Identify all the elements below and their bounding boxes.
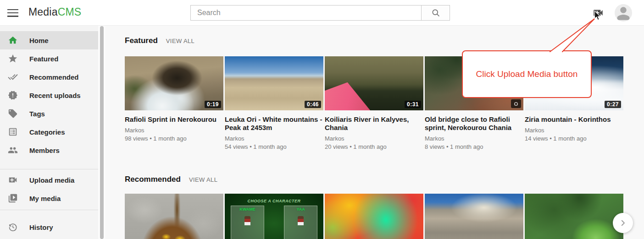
recommended-view-all-link[interactable]: VIEW ALL — [189, 176, 217, 183]
video-meta: 20 views • 1 month ago — [325, 143, 423, 150]
history-icon — [8, 222, 18, 232]
video-thumbnail[interactable] — [425, 194, 523, 239]
sidebar: Home Featured Recommended Recent uploads… — [0, 26, 98, 239]
video-card: 0:19 Rafioli Sprint in Nerokourou Markos… — [125, 56, 223, 150]
featured-section-title: Featured — [125, 36, 158, 45]
new-releases-icon — [8, 90, 18, 100]
double-check-icon — [8, 72, 18, 82]
sidebar-label: Tags — [29, 110, 45, 118]
sidebar-item-upload-media[interactable]: Upload media — [0, 171, 98, 189]
sidebar-label: Featured — [29, 55, 58, 63]
sidebar-label: History — [29, 223, 53, 231]
video-card: 0:46 Leuka Ori - White mountains - Peak … — [225, 56, 323, 150]
video-author[interactable]: Markos — [125, 127, 223, 134]
user-avatar[interactable] — [615, 4, 632, 22]
sidebar-item-categories[interactable]: Categories — [0, 123, 98, 141]
duration-badge: 0:27 — [605, 101, 621, 108]
sidebar-label: Recommended — [29, 73, 79, 81]
sidebar-label: Home — [29, 37, 49, 44]
app-logo[interactable]: MediaCMS — [28, 6, 81, 18]
video-meta: 54 views • 1 month ago — [225, 143, 323, 150]
video-author[interactable]: Markos — [425, 135, 523, 142]
search-button[interactable] — [421, 5, 450, 21]
recommended-video-row: CHOOSE A CHARACTER KWAME YAA Selected Se… — [125, 194, 623, 239]
character-sprite — [298, 216, 304, 225]
thumbnail-text: CHOOSE A CHARACTER — [225, 199, 323, 203]
sidebar-item-my-media[interactable]: My media — [0, 189, 98, 207]
person-icon — [615, 4, 632, 22]
photo-icon — [513, 101, 519, 107]
video-card: 0:31 Koiliaris River in Kalyves, Chania … — [325, 56, 423, 150]
upload-media-button[interactable] — [592, 7, 605, 19]
character-sprite — [244, 216, 250, 225]
categories-icon — [8, 127, 18, 137]
search-icon — [431, 8, 440, 17]
video-card: CHOOSE A CHARACTER KWAME YAA Selected Se… — [225, 194, 323, 239]
search-input[interactable] — [190, 5, 421, 21]
video-card — [525, 194, 623, 239]
duration-badge: 0:46 — [305, 101, 321, 108]
logo-text-cms: CMS — [58, 6, 82, 18]
duration-badge: 0:31 — [405, 101, 421, 108]
video-meta: 8 views • 1 month ago — [425, 143, 523, 150]
sidebar-item-recommended[interactable]: Recommended — [0, 68, 98, 86]
video-thumbnail[interactable]: 0:46 — [225, 56, 323, 110]
thumbnail-panel: YAA — [284, 206, 317, 239]
scrollbar-thumb[interactable] — [100, 26, 104, 239]
top-bar: MediaCMS — [0, 0, 644, 26]
video-title[interactable]: Leuka Ori - White mountains - Peak at 24… — [225, 115, 323, 132]
sidebar-label: My media — [29, 195, 61, 202]
annotation-callout: Click Upload Media button — [462, 50, 592, 98]
video-author[interactable]: Markos — [525, 127, 623, 134]
video-thumbnail[interactable] — [125, 194, 223, 239]
chevron-right-icon — [619, 219, 627, 227]
members-icon — [8, 145, 18, 155]
logo-text-media: Media — [28, 6, 58, 18]
video-meta: 14 views • 1 month ago — [525, 135, 623, 142]
video-thumbnail[interactable]: 0:19 — [125, 56, 223, 110]
annotation-text: Click Upload Media button — [476, 69, 578, 79]
video-author[interactable]: Markos — [225, 135, 323, 142]
home-icon — [8, 35, 18, 45]
sidebar-item-recent-uploads[interactable]: Recent uploads — [0, 86, 98, 104]
search-bar — [190, 5, 450, 21]
video-title[interactable]: Old bridge close to Rafioli sprint, Nero… — [425, 115, 523, 132]
thumbnail-text: YAA — [284, 207, 317, 212]
sidebar-label: Members — [29, 147, 60, 154]
video-card — [325, 194, 423, 239]
sidebar-divider — [0, 210, 98, 210]
upload-media-icon — [8, 175, 18, 185]
sidebar-item-home[interactable]: Home — [0, 31, 98, 49]
video-title[interactable]: Koiliaris River in Kalyves, Chania — [325, 115, 423, 132]
tag-icon — [8, 109, 18, 119]
video-title[interactable]: Ziria mountain - Korinthos — [525, 115, 623, 124]
sidebar-label: Recent uploads — [29, 92, 81, 99]
video-card — [425, 194, 523, 239]
sidebar-item-featured[interactable]: Featured — [0, 49, 98, 68]
my-media-icon — [8, 193, 18, 203]
sidebar-item-history[interactable]: History — [0, 218, 98, 236]
duration-badge: 0:19 — [205, 101, 221, 108]
video-title[interactable]: Rafioli Sprint in Nerokourou — [125, 115, 223, 124]
video-thumbnail[interactable]: CHOOSE A CHARACTER KWAME YAA Selected Se… — [225, 194, 323, 239]
sidebar-divider — [0, 169, 98, 169]
featured-view-all-link[interactable]: VIEW ALL — [166, 38, 194, 44]
sidebar-item-members[interactable]: Members — [0, 141, 98, 159]
photo-badge — [511, 99, 521, 108]
video-author[interactable]: Markos — [325, 135, 423, 142]
video-card — [125, 194, 223, 239]
sidebar-label: Categories — [29, 128, 65, 136]
hamburger-menu-icon[interactable] — [6, 7, 19, 19]
sidebar-label: Upload media — [29, 176, 74, 184]
video-thumbnail[interactable] — [325, 194, 423, 239]
video-thumbnail[interactable]: 0:31 — [325, 56, 423, 110]
recommended-section-title: Recommended — [125, 175, 181, 184]
carousel-next-button[interactable] — [613, 213, 633, 233]
thumbnail-panel: KWAME — [231, 206, 264, 239]
sidebar-item-tags[interactable]: Tags — [0, 104, 98, 123]
star-icon — [8, 54, 18, 64]
video-thumbnail[interactable] — [525, 194, 623, 239]
video-meta: 98 views • 1 month ago — [125, 135, 223, 142]
thumbnail-text: KWAME — [231, 207, 264, 212]
sidebar-scrollbar[interactable] — [98, 26, 105, 239]
